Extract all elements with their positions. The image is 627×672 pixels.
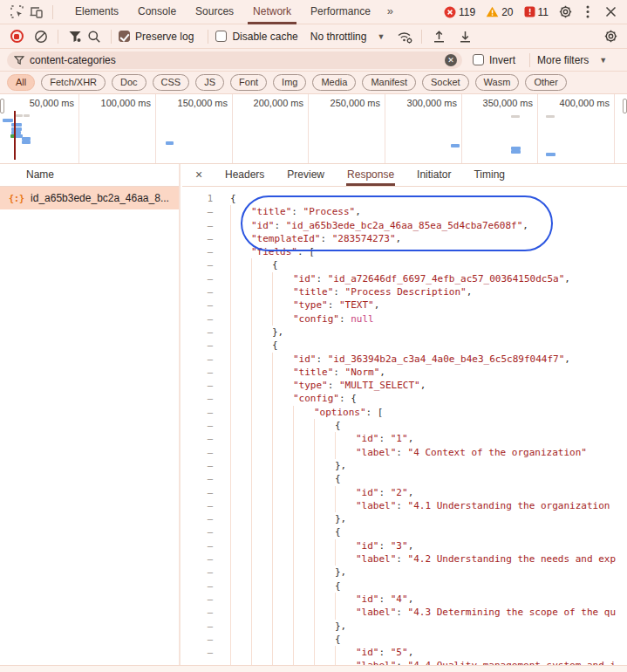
- devtools-window: ElementsConsoleSourcesNetworkPerformance…: [0, 0, 627, 672]
- filter-chip-manifest[interactable]: Manifest: [362, 74, 416, 91]
- table-row[interactable]: {:}id_a65b3ede_bc2a_46aa_8...: [0, 187, 179, 209]
- filter-chip-img[interactable]: Img: [273, 74, 306, 91]
- filter-chip-media[interactable]: Media: [312, 74, 356, 91]
- filter-input[interactable]: [30, 54, 445, 66]
- tab-sources[interactable]: Sources: [190, 0, 239, 24]
- indent-guide: [314, 446, 335, 459]
- filter-chip-doc[interactable]: Doc: [112, 74, 147, 91]
- filter-chip-css[interactable]: CSS: [153, 74, 190, 91]
- overview-left-handle[interactable]: [0, 99, 4, 113]
- indent-guide: [314, 459, 335, 472]
- close-devtools-icon[interactable]: [601, 3, 620, 22]
- tab-console[interactable]: Console: [133, 0, 181, 24]
- response-body-viewer[interactable]: 1{–"title": "Process",–"id": "id_a65b3ed…: [182, 187, 627, 672]
- line-number: –: [182, 486, 213, 499]
- filter-icon[interactable]: [65, 27, 85, 46]
- request-timing-bar: [511, 150, 521, 154]
- record-network-log-icon[interactable]: [7, 27, 26, 46]
- indent-guide: [251, 646, 272, 659]
- request-timing-bar: [511, 115, 520, 118]
- chevron-down-icon[interactable]: ▼: [377, 32, 385, 41]
- network-overview-timeline[interactable]: 50,000 ms100,000 ms150,000 ms200,000 ms2…: [0, 94, 627, 164]
- divider: [529, 53, 530, 67]
- timeline-tick-label: 400,000 ms: [547, 98, 610, 108]
- timeline-tick-label: 350,000 ms: [470, 98, 533, 108]
- import-har-icon[interactable]: [429, 27, 448, 46]
- filter-chip-other[interactable]: Other: [525, 74, 567, 91]
- network-toolbar: Preserve log Disable cache No throttling…: [0, 24, 627, 49]
- disable-cache-checkbox[interactable]: [215, 31, 227, 42]
- code-text: "label": "4.2 Understanding the needs an…: [356, 552, 616, 566]
- tab-timing[interactable]: Timing: [473, 164, 506, 186]
- clear-filter-icon[interactable]: ✕: [445, 54, 457, 66]
- timeline-gridline: [155, 94, 156, 163]
- search-icon[interactable]: [85, 27, 104, 46]
- code-line: –{: [182, 579, 627, 593]
- line-number: –: [182, 205, 213, 218]
- export-har-icon[interactable]: [455, 27, 474, 46]
- filter-chip-fetchxhr[interactable]: Fetch/XHR: [41, 74, 106, 91]
- chevron-down-icon[interactable]: ▼: [599, 56, 607, 65]
- indent-guide: [251, 406, 272, 419]
- code-line: –"id": "id_36394b2a_c3a4_4a0e_b4e3_6c5c8…: [182, 353, 627, 366]
- indent-guide: [293, 606, 314, 619]
- close-detail-icon[interactable]: ×: [191, 164, 207, 186]
- code-line: –{: [182, 525, 627, 538]
- indent-guide: [314, 646, 335, 659]
- more-tabs-button[interactable]: »: [380, 0, 400, 24]
- indent-guide: [314, 566, 335, 579]
- indent-guide: [314, 499, 335, 512]
- divider: [58, 30, 58, 44]
- filter-chip-socket[interactable]: Socket: [422, 74, 469, 91]
- console-errors-badge[interactable]: 119: [444, 6, 475, 18]
- tab-performance[interactable]: Performance: [305, 0, 376, 24]
- clear-network-log-icon[interactable]: [31, 27, 51, 46]
- throttling-select[interactable]: No throttling: [310, 31, 367, 43]
- filter-chip-wasm[interactable]: Wasm: [475, 74, 520, 91]
- tab-elements[interactable]: Elements: [70, 0, 124, 24]
- code-line: –{: [182, 472, 627, 485]
- overview-right-handle[interactable]: [623, 99, 627, 113]
- tab-preview[interactable]: Preview: [286, 164, 325, 186]
- tab-initiator[interactable]: Initiator: [416, 164, 452, 186]
- filter-input-pill[interactable]: ✕: [7, 51, 462, 69]
- line-number: –: [182, 339, 213, 352]
- line-number: –: [182, 232, 213, 245]
- name-column-header[interactable]: Name: [0, 164, 179, 187]
- indent-guide: [314, 419, 335, 432]
- indent-guide: [230, 419, 251, 432]
- device-toolbar-icon[interactable]: [26, 3, 45, 22]
- code-text: "title": "Norm",: [293, 366, 385, 379]
- filter-chip-js[interactable]: JS: [195, 74, 224, 91]
- invert-filter-checkbox[interactable]: [473, 54, 484, 65]
- tab-headers[interactable]: Headers: [224, 164, 265, 186]
- line-number: –: [182, 326, 213, 339]
- preserve-log-checkbox[interactable]: [119, 31, 130, 42]
- tab-response[interactable]: Response: [346, 164, 395, 186]
- network-conditions-icon[interactable]: [395, 27, 414, 46]
- line-number: –: [182, 539, 213, 552]
- settings-gear-icon[interactable]: [555, 3, 575, 22]
- indent-guide: [272, 620, 293, 633]
- indent-guide: [251, 525, 272, 538]
- kebab-menu-icon[interactable]: [578, 3, 597, 22]
- filter-chip-font[interactable]: Font: [230, 74, 267, 91]
- inspect-element-icon[interactable]: [7, 3, 26, 22]
- indent-guide: [272, 525, 293, 538]
- request-timing-bar: [22, 141, 31, 144]
- indent-guide: [314, 525, 335, 538]
- tab-network[interactable]: Network: [248, 0, 296, 24]
- timeline-tick-label: 150,000 ms: [165, 98, 228, 108]
- indent-guide: [230, 366, 251, 379]
- line-number: –: [182, 366, 213, 379]
- indent-guide: [335, 499, 356, 512]
- indent-guide: [230, 579, 251, 593]
- network-settings-gear-icon[interactable]: [601, 27, 620, 46]
- indent-guide: [230, 552, 251, 566]
- issues-badge[interactable]: 11: [524, 6, 549, 18]
- more-filters-button[interactable]: More filters: [537, 54, 589, 66]
- code-line: –"id": "id_a65b3ede_bc2a_46aa_85ea_5d4cb…: [182, 219, 627, 232]
- filter-chip-all[interactable]: All: [7, 74, 35, 91]
- console-warnings-badge[interactable]: 20: [486, 6, 513, 18]
- indent-guide: [314, 512, 335, 525]
